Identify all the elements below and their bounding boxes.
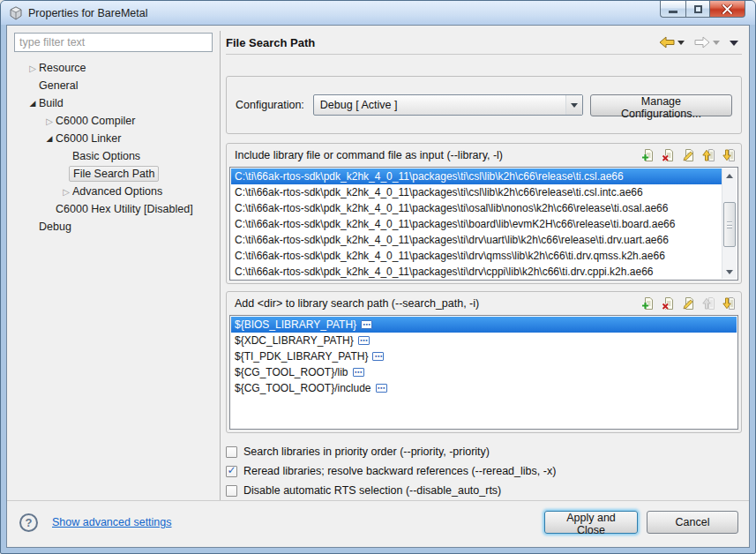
properties-sidebar: ▷Resource General ◢Build ▷C6000 Compiler… xyxy=(12,31,221,500)
configuration-label: Configuration: xyxy=(236,99,304,111)
move-down-icon[interactable] xyxy=(721,296,736,311)
library-file-row[interactable]: C:\ti\66ak-rtos-sdk\pdk_k2hk_4_0_11\pack… xyxy=(231,248,722,264)
library-file-row[interactable]: C:\ti\66ak-rtos-sdk\pdk_k2hk_4_0_11\pack… xyxy=(231,200,722,216)
scrollbar-track[interactable] xyxy=(722,183,737,265)
configuration-select[interactable]: Debug [ Active ] xyxy=(313,94,583,116)
app-cube-icon xyxy=(9,6,23,20)
help-icon[interactable]: ? xyxy=(19,513,38,532)
variable-ellipsis-icon[interactable]: ⋯ xyxy=(376,384,387,393)
tree-item-c6000-hex-utility[interactable]: C6000 Hex Utility [Disabled] xyxy=(14,200,213,218)
minimize-icon xyxy=(669,11,677,13)
disable-auto-rts-option[interactable]: ✓ Disable automatic RTS selection (--dis… xyxy=(226,481,742,500)
tree-item-c6000-compiler[interactable]: ▷C6000 Compiler xyxy=(14,112,213,130)
view-menu-icon[interactable] xyxy=(730,41,738,50)
move-up-icon[interactable] xyxy=(700,148,715,163)
search-path-section: Add <dir> to library search path (--sear… xyxy=(226,291,742,433)
tree-item-file-search-path[interactable]: File Search Path xyxy=(14,165,213,183)
edit-file-icon[interactable] xyxy=(680,148,695,163)
tree-item-advanced-options[interactable]: ▷Advanced Options xyxy=(14,183,213,200)
history-nav xyxy=(659,35,742,50)
configuration-group: Configuration: Debug [ Active ] Manage C… xyxy=(226,76,742,134)
tree-item-c6000-linker[interactable]: ◢C6000 Linker xyxy=(14,130,213,147)
cancel-button[interactable]: Cancel xyxy=(647,511,738,534)
priority-order-option[interactable]: ✓ Search libraries in priority order (--… xyxy=(226,442,742,461)
add-file-icon[interactable] xyxy=(640,148,655,163)
manage-configurations-button[interactable]: Manage Configurations... xyxy=(590,94,732,116)
minimize-button[interactable] xyxy=(660,1,685,18)
close-icon xyxy=(722,4,733,14)
include-library-section: Include library file or command file as … xyxy=(226,143,742,284)
reread-libs-option[interactable]: ✓ Reread libraries; resolve backward ref… xyxy=(226,461,742,481)
window-controls xyxy=(660,1,745,18)
collapse-arrow-icon[interactable]: ▷ xyxy=(43,116,56,126)
file-search-path-panel: File Search Path xyxy=(221,31,745,500)
library-file-row[interactable]: C:\ti\66ak-rtos-sdk\pdk_k2hk_4_0_11\pack… xyxy=(231,232,722,248)
variable-ellipsis-icon[interactable]: ⋯ xyxy=(361,320,372,329)
filter-input[interactable] xyxy=(14,33,213,52)
checkbox[interactable]: ✓ xyxy=(226,485,237,497)
search-path-row[interactable]: ${TI_PDK_LIBRARY_PATH}⋯ xyxy=(231,348,737,364)
checkmark-icon: ✓ xyxy=(227,466,236,475)
tree-item-basic-options[interactable]: Basic Options xyxy=(14,147,213,165)
dialog-footer: ? Show advanced settings Apply and Close… xyxy=(7,500,749,547)
library-file-row[interactable]: C:\ti\66ak-rtos-sdk\pdk_k2hk_4_0_11\pack… xyxy=(231,184,722,200)
linker-options: ✓ Search libraries in priority order (--… xyxy=(226,442,742,500)
add-dir-icon[interactable] xyxy=(640,296,655,311)
variable-ellipsis-icon[interactable]: ⋯ xyxy=(358,336,370,345)
maximize-icon xyxy=(694,5,702,13)
vertical-scrollbar[interactable] xyxy=(722,168,737,279)
tree-item-build[interactable]: ◢Build xyxy=(14,94,213,112)
scroll-up-icon[interactable] xyxy=(722,168,737,183)
delete-file-icon[interactable] xyxy=(660,148,675,163)
search-path-list: ${BIOS_LIBRARY_PATH}⋯ ${XDC_LIBRARY_PATH… xyxy=(229,315,738,430)
variable-ellipsis-icon[interactable]: ⋯ xyxy=(372,352,384,361)
collapse-arrow-icon[interactable]: ▷ xyxy=(26,64,39,73)
properties-dialog: Properties for BareMetal ▷Resource Gener… xyxy=(0,0,756,554)
tree-item-resource[interactable]: ▷Resource xyxy=(14,59,213,77)
include-library-title: Include library file or command file as … xyxy=(235,149,503,161)
library-file-row[interactable]: C:\ti\66ak-rtos-sdk\pdk_k2hk_4_0_11\pack… xyxy=(231,168,737,184)
close-button[interactable] xyxy=(710,1,745,18)
library-file-row[interactable]: C:\ti\66ak-rtos-sdk\pdk_k2hk_4_0_11\pack… xyxy=(231,216,722,232)
delete-dir-icon[interactable] xyxy=(660,296,675,311)
tree-item-debug[interactable]: Debug xyxy=(14,218,213,236)
search-path-row[interactable]: ${BIOS_LIBRARY_PATH}⋯ xyxy=(231,317,737,333)
configuration-value: Debug [ Active ] xyxy=(320,99,398,111)
dialog-client-area: ▷Resource General ◢Build ▷C6000 Compiler… xyxy=(6,25,750,548)
scroll-down-icon[interactable] xyxy=(722,265,737,279)
search-path-row[interactable]: ${XDC_LIBRARY_PATH}⋯ xyxy=(231,333,737,348)
search-path-row[interactable]: ${CG_TOOL_ROOT}/lib⋯ xyxy=(231,364,737,380)
library-file-list: C:\ti\66ak-rtos-sdk\pdk_k2hk_4_0_11\pack… xyxy=(229,167,738,281)
variable-ellipsis-icon[interactable]: ⋯ xyxy=(353,368,364,377)
window-title: Properties for BareMetal xyxy=(28,7,147,19)
collapse-arrow-icon[interactable]: ▷ xyxy=(60,187,72,197)
move-up-icon-disabled xyxy=(700,296,715,311)
maximize-button[interactable] xyxy=(685,1,710,18)
back-history-dropdown-icon[interactable] xyxy=(677,41,685,49)
page-title: File Search Path xyxy=(226,36,315,49)
tree-item-general[interactable]: General xyxy=(14,77,213,94)
chevron-down-icon xyxy=(571,103,578,111)
search-path-title: Add <dir> to library search path (--sear… xyxy=(235,297,479,310)
search-path-toolbar xyxy=(640,296,736,311)
checkbox[interactable]: ✓ xyxy=(226,466,237,477)
forward-history-dropdown-icon xyxy=(713,41,720,49)
expand-arrow-icon[interactable]: ◢ xyxy=(26,99,39,108)
title-bar[interactable]: Properties for BareMetal xyxy=(1,1,755,25)
back-arrow-icon[interactable] xyxy=(659,36,675,49)
header-divider xyxy=(226,54,742,55)
scrollbar-thumb[interactable] xyxy=(723,202,736,247)
forward-arrow-icon xyxy=(694,36,710,49)
properties-tree: ▷Resource General ◢Build ▷C6000 Compiler… xyxy=(14,59,213,236)
search-path-row[interactable]: ${CG_TOOL_ROOT}/include⋯ xyxy=(231,380,737,396)
edit-dir-icon[interactable] xyxy=(680,296,695,311)
library-file-row[interactable]: C:\ti\66ak-rtos-sdk\pdk_k2hk_4_0_11\pack… xyxy=(231,264,722,280)
show-advanced-settings-link[interactable]: Show advanced settings xyxy=(52,516,172,528)
include-library-toolbar xyxy=(640,148,736,163)
apply-and-close-button[interactable]: Apply and Close xyxy=(544,511,638,534)
combo-dropdown-button[interactable] xyxy=(565,95,582,115)
expand-arrow-icon[interactable]: ◢ xyxy=(43,134,56,143)
checkbox[interactable]: ✓ xyxy=(226,446,237,458)
move-down-icon[interactable] xyxy=(721,148,736,163)
